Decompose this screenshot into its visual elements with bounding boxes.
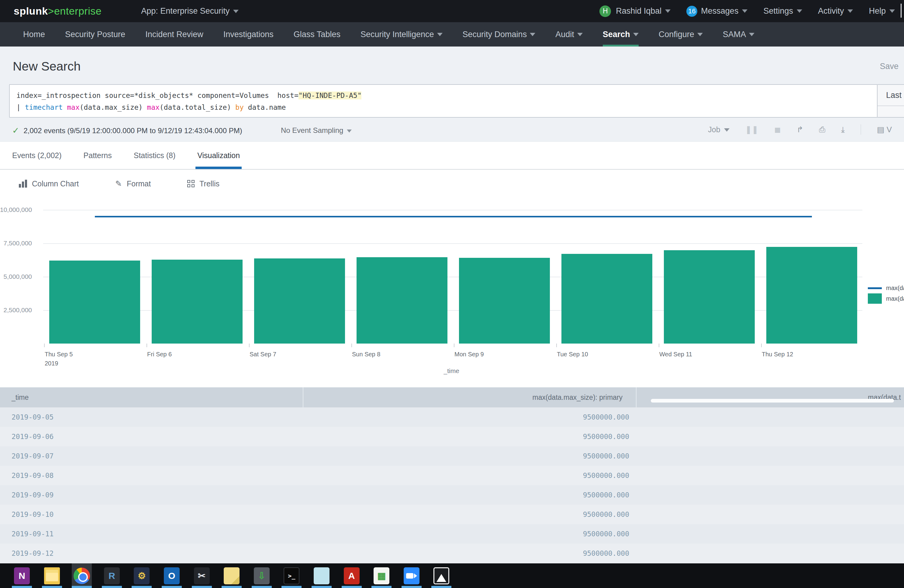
tab-events-2-002-[interactable]: Events (2,002) — [12, 142, 62, 169]
nav-item-investigations[interactable]: Investigations — [223, 22, 273, 46]
table-row[interactable]: 2019-09-119500000.000 — [0, 524, 904, 544]
file-explorer-icon — [44, 567, 60, 584]
nav-item-label: Audit — [555, 30, 574, 39]
horizontal-scrollbar[interactable] — [651, 399, 894, 403]
x-axis-tick-label: Mon Sep 9 — [454, 349, 484, 359]
nav-item-security-posture[interactable]: Security Posture — [65, 22, 125, 46]
x-axis-tick-label: Fri Sep 6 — [147, 349, 172, 359]
chart-bar-sat-sep-7[interactable] — [254, 258, 345, 343]
taskbar-outlook-icon[interactable]: O — [162, 563, 182, 588]
nav-item-security-domains[interactable]: Security Domains — [463, 22, 536, 46]
taskbar-snipping-tool-icon[interactable]: ✂ — [192, 563, 212, 588]
chart-bar-thu-sep-12[interactable] — [766, 247, 857, 343]
table-row[interactable]: 2019-09-059500000.000 — [0, 408, 904, 427]
table-row[interactable]: 2019-09-129500000.000 — [0, 544, 904, 563]
app-menu[interactable]: App: Enterprise Security — [141, 6, 239, 16]
results-tabs-bar: Events (2,002)PatternsStatistics (8)Visu… — [0, 142, 904, 170]
top-bar-right: HRashid Iqbal 16Messages Settings Activi… — [599, 0, 895, 22]
nav-item-search[interactable]: Search — [603, 22, 638, 46]
taskbar-file-explorer-icon[interactable] — [42, 563, 62, 588]
column-chart-icon — [19, 180, 27, 188]
user-menu[interactable]: HRashid Iqbal — [599, 5, 670, 17]
taskbar-onenote-icon[interactable]: N — [12, 563, 32, 588]
chevron-down-icon — [890, 9, 895, 13]
query-token: data.name — [244, 103, 286, 111]
tabs: Events (2,002)PatternsStatistics (8)Visu… — [12, 142, 904, 169]
chart-bar-fri-sep-6[interactable] — [152, 260, 243, 343]
nav-item-home[interactable]: Home — [23, 22, 45, 46]
cell-max-size: 9500000.000 — [303, 524, 629, 544]
taskbar-notepad-icon[interactable] — [311, 563, 332, 588]
nav-item-sama[interactable]: SAMA — [723, 22, 755, 46]
chart-bar-tue-sep-10[interactable] — [561, 254, 652, 343]
query-token: by — [235, 103, 244, 111]
running-app-indicator — [192, 586, 212, 588]
tab-visualization[interactable]: Visualization — [197, 142, 240, 169]
nav-item-label: Incident Review — [145, 30, 203, 39]
chart-line-series[interactable] — [95, 216, 812, 217]
save-button[interactable]: Save — [880, 62, 899, 71]
nav-item-incident-review[interactable]: Incident Review — [145, 22, 203, 46]
activity-menu[interactable]: Activity — [818, 6, 853, 16]
x-axis-tick-label: Sun Sep 8 — [352, 349, 380, 359]
splunk-logo[interactable]: splunk>enterprise — [14, 5, 101, 17]
pause-button[interactable]: ❚❚ — [745, 125, 759, 134]
column-header-time[interactable]: _time — [11, 387, 28, 408]
taskbar-automation-app-icon[interactable]: ⚙ — [132, 563, 152, 588]
legend-item[interactable]: max(da — [868, 285, 904, 292]
share-button[interactable]: ↱ — [797, 125, 803, 134]
taskbar-command-prompt-icon[interactable]: >_ — [281, 563, 302, 588]
column-chart[interactable]: 10,000,0007,500,0005,000,0002,500,000Thu… — [0, 198, 904, 387]
cell-time: 2019-09-11 — [11, 524, 54, 544]
taskbar-photos-icon[interactable] — [431, 563, 451, 588]
table-row[interactable]: 2019-09-089500000.000 — [0, 466, 904, 485]
taskbar-spreadsheet-icon[interactable]: ▦ — [371, 563, 392, 588]
nav-item-configure[interactable]: Configure — [659, 22, 703, 46]
stop-button[interactable]: ◼ — [774, 125, 781, 134]
chart-bar-thu-sep-5[interactable] — [49, 261, 140, 343]
job-menu[interactable]: Job — [708, 125, 729, 134]
table-row[interactable]: 2019-09-079500000.000 — [0, 446, 904, 466]
messages-menu[interactable]: 16Messages — [686, 6, 748, 17]
taskbar-chrome-icon[interactable] — [72, 563, 92, 588]
taskbar-adobe-reader-icon[interactable]: A — [342, 563, 362, 588]
zoom-icon — [404, 567, 419, 584]
nav-item-security-intelligence[interactable]: Security Intelligence — [360, 22, 443, 46]
taskbar-security-lock-icon[interactable]: ⇩ — [252, 563, 272, 588]
chart-bar-sun-sep-8[interactable] — [357, 257, 447, 343]
results-table: _time max(data.max_size): primary max(da… — [0, 387, 904, 563]
trellis-button[interactable]: Trellis — [187, 179, 220, 188]
table-row[interactable]: 2019-09-099500000.000 — [0, 485, 904, 505]
format-button[interactable]: ✎ Format — [115, 179, 151, 188]
running-app-indicator — [311, 586, 332, 588]
nav-item-audit[interactable]: Audit — [555, 22, 583, 46]
column-header-total-size[interactable]: max(data.t — [868, 387, 901, 408]
legend-item[interactable]: max(da — [868, 293, 904, 304]
settings-menu[interactable]: Settings — [763, 6, 802, 16]
time-range-picker[interactable]: Last — [877, 84, 904, 118]
chart-bar-wed-sep-11[interactable] — [664, 250, 755, 343]
nav-item-glass-tables[interactable]: Glass Tables — [294, 22, 340, 46]
taskbar-zoom-icon[interactable] — [401, 563, 422, 588]
tab-patterns[interactable]: Patterns — [84, 142, 112, 169]
taskbar-remote-app-icon[interactable]: R — [102, 563, 122, 588]
tab-statistics-8-[interactable]: Statistics (8) — [134, 142, 176, 169]
chevron-down-icon — [577, 33, 583, 36]
export-button[interactable]: ⤓ — [841, 125, 845, 134]
event-count-status: ✓ 2,002 events (9/5/19 12:00:00.000 PM t… — [12, 126, 242, 136]
chart-type-button[interactable]: Column Chart — [19, 179, 79, 188]
chart-bar-mon-sep-9[interactable] — [459, 258, 550, 343]
print-button[interactable]: ⎙ — [819, 125, 826, 134]
help-menu[interactable]: Help — [869, 6, 895, 16]
search-mode-button[interactable]: ▤ V — [877, 125, 892, 134]
event-sampling-menu[interactable]: No Event Sampling — [281, 126, 352, 135]
search-input[interactable]: index=_introspection source=*disk_object… — [9, 84, 877, 118]
table-row[interactable]: 2019-09-069500000.000 — [0, 427, 904, 446]
table-row[interactable]: 2019-09-109500000.000 — [0, 505, 904, 524]
cell-time: 2019-09-07 — [11, 446, 54, 466]
nav-item-label: Search — [603, 30, 630, 39]
taskbar-sticky-notes-icon[interactable] — [221, 563, 242, 588]
column-header-max-size[interactable]: max(data.max_size): primary — [303, 387, 629, 408]
running-app-indicator — [431, 586, 451, 588]
x-axis-tick — [454, 343, 454, 347]
